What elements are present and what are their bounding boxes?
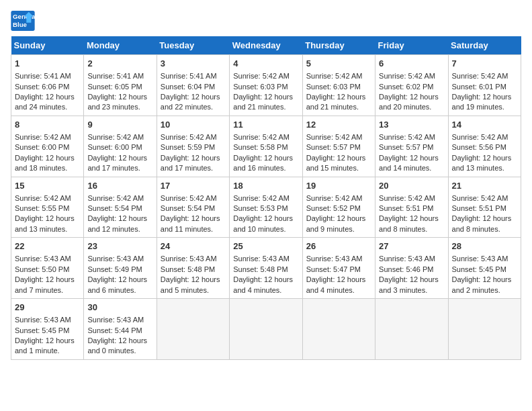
sunrise-text: Sunrise: 5:42 AM (379, 72, 435, 80)
day-number: 12 (306, 119, 371, 131)
header-thursday: Thursday (302, 36, 375, 55)
calendar-cell: 2 Sunrise: 5:41 AM Sunset: 6:05 PM Dayli… (84, 55, 157, 116)
day-number: 20 (379, 180, 444, 192)
calendar-week-3: 22 Sunrise: 5:43 AM Sunset: 5:50 PM Dayl… (11, 238, 521, 299)
calendar-cell: 30 Sunrise: 5:43 AM Sunset: 5:44 PM Dayl… (84, 299, 157, 360)
header-friday: Friday (375, 36, 448, 55)
daylight-text: Daylight: 12 hours and 13 minutes. (15, 214, 75, 232)
calendar-cell: 26 Sunrise: 5:43 AM Sunset: 5:47 PM Dayl… (302, 238, 375, 299)
daylight-text: Daylight: 12 hours and 21 minutes. (233, 93, 293, 111)
sunset-text: Sunset: 5:57 PM (306, 143, 361, 151)
daylight-text: Daylight: 12 hours and 20 minutes. (379, 93, 439, 111)
sunset-text: Sunset: 6:00 PM (87, 143, 142, 151)
daylight-text: Daylight: 12 hours and 17 minutes. (161, 154, 220, 172)
calendar-cell: 10 Sunrise: 5:42 AM Sunset: 5:59 PM Dayl… (157, 116, 229, 177)
calendar-cell: 27 Sunrise: 5:43 AM Sunset: 5:46 PM Dayl… (375, 238, 448, 299)
sunset-text: Sunset: 5:53 PM (233, 204, 287, 212)
calendar-cell (302, 299, 375, 360)
calendar-cell: 4 Sunrise: 5:42 AM Sunset: 6:03 PM Dayli… (230, 55, 302, 116)
sunset-text: Sunset: 6:03 PM (306, 83, 361, 91)
sunset-text: Sunset: 5:45 PM (15, 326, 69, 334)
calendar-cell (230, 299, 302, 360)
calendar-cell: 15 Sunrise: 5:42 AM Sunset: 5:55 PM Dayl… (11, 177, 84, 238)
daylight-text: Daylight: 12 hours and 22 minutes. (161, 93, 220, 111)
sunset-text: Sunset: 5:55 PM (15, 204, 69, 212)
sunset-text: Sunset: 6:02 PM (379, 83, 433, 91)
sunset-text: Sunset: 5:48 PM (161, 265, 215, 273)
calendar-cell: 21 Sunrise: 5:42 AM Sunset: 5:51 PM Dayl… (448, 177, 521, 238)
calendar-cell (157, 299, 229, 360)
sunrise-text: Sunrise: 5:43 AM (15, 316, 71, 324)
day-number: 25 (233, 240, 298, 253)
day-number: 3 (161, 58, 226, 70)
day-number: 30 (87, 302, 152, 314)
page-header: General Blue (11, 11, 521, 31)
calendar-cell (375, 299, 448, 360)
daylight-text: Daylight: 12 hours and 12 minutes. (87, 214, 147, 232)
day-number: 24 (161, 240, 226, 253)
day-number: 26 (306, 240, 371, 253)
day-number: 9 (87, 119, 152, 131)
calendar-cell: 22 Sunrise: 5:43 AM Sunset: 5:50 PM Dayl… (11, 238, 84, 299)
sunset-text: Sunset: 6:06 PM (15, 83, 69, 91)
sunrise-text: Sunrise: 5:43 AM (306, 255, 363, 263)
sunrise-text: Sunrise: 5:43 AM (161, 255, 217, 263)
day-number: 17 (161, 180, 226, 192)
calendar-cell: 18 Sunrise: 5:42 AM Sunset: 5:53 PM Dayl… (230, 177, 302, 238)
daylight-text: Daylight: 12 hours and 10 minutes. (233, 214, 293, 232)
daylight-text: Daylight: 12 hours and 14 minutes. (379, 154, 439, 172)
calendar-cell: 20 Sunrise: 5:42 AM Sunset: 5:51 PM Dayl… (375, 177, 448, 238)
sunrise-text: Sunrise: 5:42 AM (452, 133, 508, 141)
calendar-cell: 1 Sunrise: 5:41 AM Sunset: 6:06 PM Dayli… (11, 55, 84, 116)
calendar-cell: 16 Sunrise: 5:42 AM Sunset: 5:54 PM Dayl… (84, 177, 157, 238)
sunset-text: Sunset: 6:04 PM (161, 83, 215, 91)
calendar-cell: 5 Sunrise: 5:42 AM Sunset: 6:03 PM Dayli… (302, 55, 375, 116)
sunset-text: Sunset: 5:51 PM (379, 204, 433, 212)
day-number: 13 (379, 119, 444, 131)
sunset-text: Sunset: 5:56 PM (452, 143, 506, 151)
daylight-text: Daylight: 12 hours and 5 minutes. (161, 275, 220, 293)
daylight-text: Daylight: 12 hours and 17 minutes. (87, 154, 147, 172)
day-number: 28 (452, 240, 517, 253)
calendar-cell: 28 Sunrise: 5:43 AM Sunset: 5:45 PM Dayl… (448, 238, 521, 299)
sunrise-text: Sunrise: 5:41 AM (87, 72, 144, 80)
day-number: 23 (87, 240, 152, 253)
sunset-text: Sunset: 5:44 PM (87, 326, 142, 334)
calendar-cell: 8 Sunrise: 5:42 AM Sunset: 6:00 PM Dayli… (11, 116, 84, 177)
sunrise-text: Sunrise: 5:42 AM (87, 194, 144, 202)
sunrise-text: Sunrise: 5:42 AM (379, 194, 435, 202)
day-number: 15 (15, 180, 80, 192)
sunrise-text: Sunrise: 5:42 AM (161, 133, 217, 141)
calendar-cell: 9 Sunrise: 5:42 AM Sunset: 6:00 PM Dayli… (84, 116, 157, 177)
logo-icon: General Blue (11, 11, 35, 31)
daylight-text: Daylight: 12 hours and 4 minutes. (233, 275, 293, 293)
day-number: 16 (87, 180, 152, 192)
day-number: 8 (15, 119, 80, 131)
daylight-text: Daylight: 12 hours and 21 minutes. (306, 93, 366, 111)
daylight-text: Daylight: 12 hours and 0 minutes. (87, 336, 147, 355)
sunrise-text: Sunrise: 5:41 AM (161, 72, 217, 80)
daylight-text: Daylight: 12 hours and 15 minutes. (306, 154, 366, 172)
sunset-text: Sunset: 5:59 PM (161, 143, 215, 151)
daylight-text: Daylight: 12 hours and 4 minutes. (306, 275, 366, 293)
sunset-text: Sunset: 6:05 PM (87, 83, 142, 91)
calendar-cell: 24 Sunrise: 5:43 AM Sunset: 5:48 PM Dayl… (157, 238, 229, 299)
day-number: 6 (379, 58, 444, 70)
daylight-text: Daylight: 12 hours and 24 minutes. (15, 93, 75, 111)
calendar-cell: 14 Sunrise: 5:42 AM Sunset: 5:56 PM Dayl… (448, 116, 521, 177)
day-number: 22 (15, 240, 80, 253)
sunrise-text: Sunrise: 5:42 AM (379, 133, 435, 141)
sunset-text: Sunset: 5:58 PM (233, 143, 287, 151)
calendar-cell (448, 299, 521, 360)
sunrise-text: Sunrise: 5:42 AM (452, 72, 508, 80)
calendar-cell: 29 Sunrise: 5:43 AM Sunset: 5:45 PM Dayl… (11, 299, 84, 360)
sunrise-text: Sunrise: 5:43 AM (87, 255, 144, 263)
sunset-text: Sunset: 5:54 PM (161, 204, 215, 212)
sunrise-text: Sunrise: 5:42 AM (233, 133, 290, 141)
sunset-text: Sunset: 5:52 PM (306, 204, 361, 212)
sunset-text: Sunset: 6:00 PM (15, 143, 69, 151)
sunrise-text: Sunrise: 5:43 AM (87, 316, 144, 324)
day-number: 21 (452, 180, 517, 192)
sunset-text: Sunset: 5:47 PM (306, 265, 361, 273)
day-number: 18 (233, 180, 298, 192)
